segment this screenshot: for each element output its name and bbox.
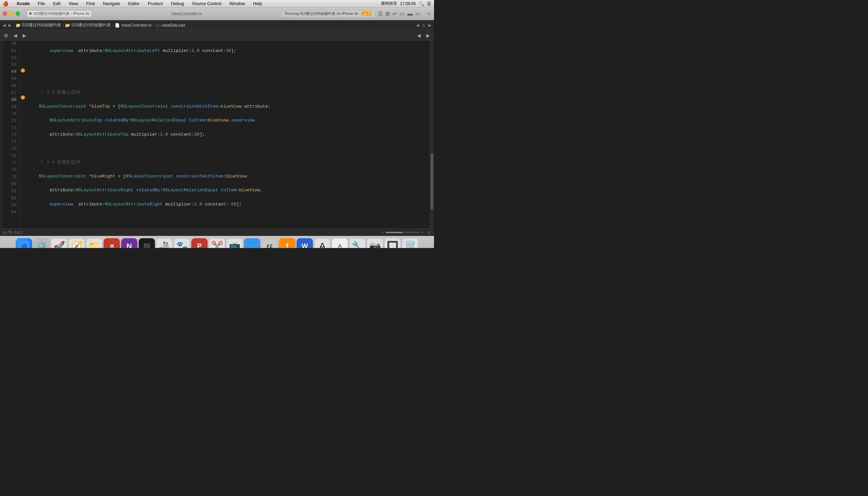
forward-btn[interactable]: ▶ — [21, 32, 28, 39]
files-icon[interactable]: 📁 — [86, 238, 102, 248]
breadcrumb-method-icon: ⬡ — [156, 23, 159, 28]
main-editor-area: 60 61 62 63 64 65 66 67 68 69 70 71 72 7… — [0, 41, 434, 229]
menu-xcode[interactable]: Xcode — [15, 1, 31, 6]
word-icon[interactable]: W — [297, 238, 313, 248]
vnc-icon[interactable]: 🌐 — [244, 238, 260, 248]
onenote-icon[interactable]: N — [121, 238, 137, 248]
back-button[interactable]: ↩ — [392, 11, 397, 17]
panel-right-icon[interactable]: ▭ — [416, 11, 420, 17]
menu-find[interactable]: Find — [85, 1, 96, 6]
filezilla-icon[interactable]: FZ — [262, 238, 278, 248]
tool2-icon[interactable]: 🔲 — [384, 238, 401, 248]
safari-icon[interactable]: 🧭 — [68, 238, 85, 248]
layout-icon-split[interactable]: ⊞ — [385, 11, 390, 17]
sep2: › — [112, 23, 113, 28]
maximize-button[interactable] — [16, 12, 20, 16]
close-button[interactable] — [3, 12, 7, 16]
window-controls — [3, 12, 20, 16]
apple-menu[interactable]: 🍎 — [3, 1, 9, 6]
panel-left-icon[interactable]: ▭ — [400, 11, 405, 17]
sep3: › — [153, 23, 155, 28]
acrobat-icon[interactable]: A — [314, 238, 330, 248]
launchpad-icon[interactable]: 🚀 — [51, 238, 67, 248]
menu-icon[interactable]: ☰ — [427, 1, 431, 6]
code-editor[interactable]: 60 61 62 63 64 65 66 67 68 69 70 71 72 7… — [3, 41, 434, 229]
scrollbar-thumb — [431, 153, 433, 210]
paw-icon[interactable]: 🐾 — [174, 238, 190, 248]
menu-navigate[interactable]: Navigate — [102, 1, 122, 6]
warning-line-68: ⬤ — [19, 94, 26, 101]
breadcrumb-folder-icon: 📂 — [65, 23, 70, 28]
transmit-icon[interactable]: 🚢 — [156, 238, 172, 248]
breadcrumb-project2[interactable]: 010通过代码创建约束 — [72, 22, 111, 28]
nav-forward[interactable]: ▶ — [9, 23, 12, 28]
paprika-icon[interactable]: P — [191, 238, 207, 248]
zoom-slider[interactable] — [386, 232, 419, 233]
zoom-out-icon[interactable]: − — [382, 230, 384, 235]
menu-product[interactable]: Product — [146, 1, 164, 6]
code-content[interactable]: superview attribute:NSLayoutAttributeLef… — [26, 41, 430, 229]
search-icon[interactable]: 🔍 — [418, 1, 424, 6]
breadcrumb-file-icon: 📄 — [115, 23, 120, 28]
run-status: ViewController.m — [171, 12, 201, 16]
bottom-bar: Ln 75, Col 1 − + ⤢ — [0, 229, 434, 236]
panel-center-icon[interactable]: ▬ — [407, 11, 413, 17]
warning-badge: ⚠ — [422, 23, 425, 28]
warning-prev-btn[interactable]: ◀ — [416, 32, 422, 39]
breadcrumb-file[interactable]: ViewController.m — [121, 23, 152, 28]
breadcrumb-icon1: 📁 — [16, 23, 20, 28]
editor-toolbar: ⊞ ◀ ▶ ◀ ▶ — [0, 30, 434, 41]
menubar: 🍎 Xcode File Edit View Find Navigate Edi… — [0, 0, 434, 7]
running-tab[interactable]: Running 010通过代码创建约束 on iPhone 4s ▲ 3 — [281, 10, 375, 18]
sep1: › — [62, 23, 64, 28]
warning-nav-next[interactable]: ▶ — [428, 23, 431, 28]
warning-next-btn[interactable]: ▶ — [425, 32, 431, 39]
cursor-position: Ln 75, Col 1 — [3, 230, 22, 234]
left-sidebar — [0, 41, 3, 229]
menu-file[interactable]: File — [36, 1, 46, 6]
scrollbar-vertical[interactable] — [430, 41, 434, 229]
omnifocus-icon[interactable]: ✕ — [104, 238, 120, 248]
menu-editor[interactable]: Editor — [127, 1, 141, 6]
breadcrumb-method[interactable]: -viewDidLoad — [161, 23, 185, 28]
input-method: 搜狗拼音 — [381, 1, 397, 6]
menu-clock: 17:08:05 — [400, 1, 416, 6]
finder-icon[interactable]: 🔵 — [16, 238, 32, 248]
menu-view[interactable]: View — [67, 1, 79, 6]
system-prefs-icon[interactable]: ⚙️ — [33, 238, 50, 248]
tool1-icon[interactable]: 🔧 — [349, 238, 366, 248]
toolbar: ▶ 010通过代码创建约束 › iPhone 4s ViewController… — [0, 7, 434, 20]
trash-icon[interactable]: 🗑️ — [402, 238, 418, 248]
warning-nav-prev[interactable]: ◀ — [416, 23, 419, 28]
layout-icon-list[interactable]: ☰ — [378, 11, 383, 17]
terminal-icon[interactable]: ⬛ — [139, 238, 155, 248]
gutter: · · · · ⬤ · · · ⬤ · · · · — [19, 41, 26, 229]
minimize-button[interactable] — [9, 12, 14, 16]
nav-back[interactable]: ◀ — [3, 23, 6, 28]
back-btn[interactable]: ◀ — [12, 32, 18, 39]
screenshare-icon[interactable]: 📷 — [367, 238, 383, 248]
menu-window[interactable]: Window — [228, 1, 246, 6]
hide-sidebar-btn[interactable]: ⊞ — [3, 32, 10, 39]
filemerge-icon[interactable]: ✂️ — [209, 238, 225, 248]
breadcrumb-project1[interactable]: 010通过代码创建约束 — [22, 22, 61, 28]
menu-help[interactable]: Help — [252, 1, 264, 6]
menu-source-control[interactable]: Source Control — [191, 1, 223, 6]
menu-debug[interactable]: Debug — [170, 1, 185, 6]
svg-text:🔵: 🔵 — [20, 243, 27, 248]
menu-edit[interactable]: Edit — [52, 1, 62, 6]
add-icon[interactable]: ＋ — [426, 10, 431, 17]
warning-line-64: ⬤ — [19, 67, 26, 74]
airvideo-icon[interactable]: 📺 — [227, 238, 243, 248]
breadcrumb-bar: ◀ ▶ 📁 010通过代码创建约束 › 📂 010通过代码创建约束 › 📄 Vi… — [0, 20, 434, 30]
fontbook-icon[interactable]: A — [332, 238, 348, 248]
line-numbers: 60 61 62 63 64 65 66 67 68 69 70 71 72 7… — [3, 41, 19, 229]
flux-icon[interactable]: f — [279, 238, 295, 248]
dock: 🔵 ⚙️ 🚀 🧭 📁 ✕ N ⬛ 🚢 🐾 P ✂️ 📺 🌐 FZ f W A A… — [0, 236, 434, 248]
expand-icon[interactable]: ⤢ — [427, 230, 431, 235]
scheme-selector[interactable]: ▶ 010通过代码创建约束 › iPhone 4s — [27, 10, 92, 17]
zoom-in-icon[interactable]: + — [421, 230, 423, 235]
